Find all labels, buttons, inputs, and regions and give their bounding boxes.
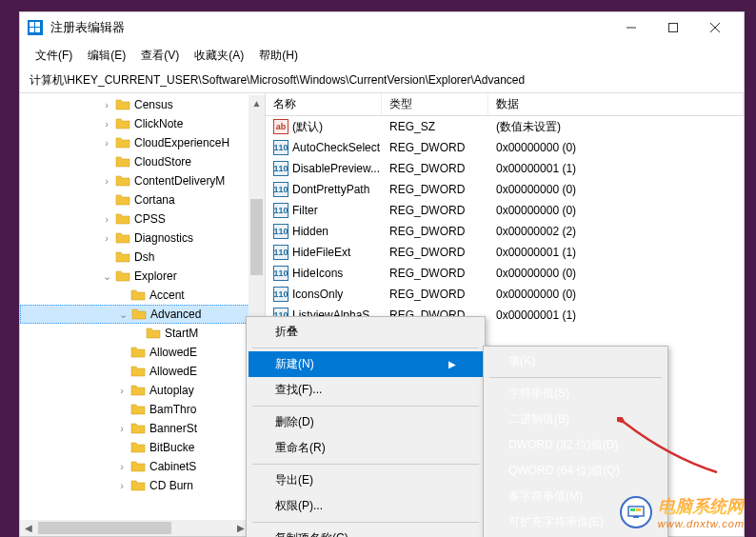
close-button[interactable] <box>694 14 736 41</box>
tree-item-label: ClickNote <box>134 117 183 130</box>
context-menu-item[interactable]: 查找(F)... <box>249 377 483 403</box>
tree-item-label: Explorer <box>134 269 177 283</box>
dword-value-icon: 110 <box>273 287 288 302</box>
tree-item[interactable]: Accent <box>20 286 265 305</box>
value-type: REG_DWORD <box>382 162 488 175</box>
chevron-right-icon[interactable]: › <box>100 98 113 111</box>
registry-value-row[interactable]: ab(默认)REG_SZ(数值未设置) <box>266 116 744 137</box>
context-menu-item[interactable]: 折叠 <box>249 319 483 345</box>
menu-item[interactable]: 编辑(E) <box>80 45 133 67</box>
folder-icon <box>115 98 130 111</box>
chevron-right-icon[interactable]: › <box>115 460 129 473</box>
value-name: Hidden <box>292 225 328 238</box>
registry-value-row[interactable]: 110DisablePreview...REG_DWORD0x00000001 … <box>266 158 744 179</box>
tree-item[interactable]: BitBucke <box>20 438 265 457</box>
menu-item[interactable]: 帮助(H) <box>251 45 306 67</box>
submenu-item[interactable]: 项(K) <box>486 348 666 374</box>
col-name-header[interactable]: 名称 <box>266 93 382 115</box>
tree-item[interactable]: BamThro <box>20 400 265 419</box>
menu-item[interactable]: 收藏夹(A) <box>187 45 251 67</box>
submenu-item[interactable]: DWORD (32 位)值(D) <box>486 432 666 458</box>
registry-value-row[interactable]: 110DontPrettyPathREG_DWORD0x00000000 (0) <box>266 179 744 200</box>
tree-item[interactable]: StartM <box>20 324 265 343</box>
submenu-item[interactable]: 多字符串值(M) <box>486 484 666 509</box>
tree-item[interactable]: ⌄Explorer <box>20 267 265 286</box>
chevron-right-icon[interactable]: › <box>100 136 113 149</box>
col-data-header[interactable]: 数据 <box>488 93 744 115</box>
col-type-header[interactable]: 类型 <box>382 93 488 115</box>
context-menu-item[interactable]: 导出(E) <box>249 467 483 493</box>
tree-item[interactable]: ›ClickNote <box>20 114 265 133</box>
tree-item[interactable]: ›CD Burn <box>20 476 265 495</box>
value-data: 0x00000000 (0) <box>488 141 744 154</box>
tree-item[interactable]: ⌄Advanced <box>20 305 265 324</box>
menu-item[interactable]: 查看(V) <box>133 45 187 67</box>
chevron-right-icon[interactable]: › <box>100 231 113 245</box>
tree-pane[interactable]: ›Census›ClickNote›CloudExperienceHCloudS… <box>20 93 266 536</box>
value-data: 0x00000001 (1) <box>488 246 744 259</box>
registry-value-row[interactable]: 110FilterREG_DWORD0x00000000 (0) <box>266 200 744 221</box>
chevron-right-icon[interactable]: › <box>115 384 129 397</box>
menu-item-label: 二进制值(B) <box>508 411 569 428</box>
scroll-left-icon[interactable]: ◀ <box>20 520 36 536</box>
submenu-item[interactable]: 二进制值(B) <box>486 407 666 432</box>
tree-item[interactable]: AllowedE <box>20 343 265 362</box>
context-menu-item[interactable]: 权限(P)... <box>249 493 483 519</box>
registry-value-row[interactable]: 110HiddenREG_DWORD0x00000002 (2) <box>266 221 744 242</box>
tree-item[interactable]: ›CloudExperienceH <box>20 133 265 152</box>
tree-item[interactable]: Dsh <box>20 248 265 267</box>
tree-item[interactable]: ›ContentDeliveryM <box>20 171 265 190</box>
context-menu-item[interactable]: 删除(D) <box>249 409 483 435</box>
scroll-thumb-h[interactable] <box>38 522 171 534</box>
chevron-right-icon[interactable]: › <box>115 479 129 492</box>
list-body[interactable]: ab(默认)REG_SZ(数值未设置)110AutoCheckSelectREG… <box>266 116 744 326</box>
address-bar[interactable]: 计算机\HKEY_CURRENT_USER\Software\Microsoft… <box>20 69 744 93</box>
tree-item[interactable]: AllowedE <box>20 362 265 381</box>
chevron-right-icon[interactable]: › <box>115 422 129 435</box>
tree-item[interactable]: ›BannerSt <box>20 419 265 438</box>
tree-item[interactable]: CloudStore <box>20 152 265 171</box>
dword-value-icon: 110 <box>273 203 288 218</box>
minimize-button[interactable] <box>610 14 652 41</box>
folder-icon <box>131 308 147 321</box>
chevron-right-icon[interactable]: › <box>100 117 113 130</box>
registry-value-row[interactable]: 110HideFileExtREG_DWORD0x00000001 (1) <box>266 242 744 263</box>
chevron-down-icon[interactable]: ⌄ <box>100 269 113 283</box>
registry-value-row[interactable]: 110IconsOnlyREG_DWORD0x00000000 (0) <box>266 284 744 305</box>
menu-item-label: 复制项名称(C) <box>275 530 348 537</box>
submenu-item[interactable]: 字符串值(S) <box>486 381 666 407</box>
chevron-right-icon[interactable]: › <box>100 212 113 226</box>
tree-item[interactable]: Cortana <box>20 190 265 209</box>
tree-item[interactable]: ›CPSS <box>20 209 265 229</box>
chevron-right-icon[interactable]: › <box>100 174 113 188</box>
menu-item-label: 可扩充字符串值(E) <box>508 514 604 530</box>
context-menu-item[interactable]: 重命名(R) <box>249 435 483 461</box>
registry-value-row[interactable]: 110AutoCheckSelectREG_DWORD0x00000000 (0… <box>266 137 744 158</box>
tree-item[interactable]: ›Autoplay <box>20 381 265 400</box>
submenu-item[interactable]: 可扩充字符串值(E) <box>486 509 666 535</box>
folder-icon <box>130 288 146 302</box>
context-menu-item[interactable]: 复制项名称(C) <box>249 526 483 537</box>
folder-icon <box>130 460 146 473</box>
string-value-icon: ab <box>273 119 288 134</box>
chevron-down-icon[interactable]: ⌄ <box>116 308 129 321</box>
tree-item-label: CloudExperienceH <box>134 136 229 149</box>
menu-item[interactable]: 文件(F) <box>28 45 80 67</box>
tree-item[interactable]: ›Diagnostics <box>20 229 265 248</box>
svg-rect-1 <box>35 22 40 27</box>
maximize-button[interactable] <box>652 14 694 41</box>
context-menu-item[interactable]: 新建(N)▶项(K)字符串值(S)二进制值(B)DWORD (32 位)值(D)… <box>249 351 483 377</box>
tree-scroll-horizontal[interactable]: ◀ ▶ <box>20 520 249 536</box>
registry-value-row[interactable]: 110HideIconsREG_DWORD0x00000000 (0) <box>266 263 744 284</box>
tree-item-label: Autoplay <box>149 384 194 397</box>
scroll-up-icon[interactable]: ▲ <box>249 95 265 111</box>
tree-item[interactable]: ›Census <box>20 95 265 114</box>
value-name: DisablePreview... <box>292 162 380 175</box>
expander-spacer <box>100 193 113 207</box>
tree-item-label: StartM <box>165 327 198 340</box>
submenu-item[interactable]: QWORD (64 位)值(Q) <box>486 458 666 484</box>
value-type: REG_SZ <box>382 120 488 133</box>
scroll-thumb[interactable] <box>250 199 263 275</box>
tree-item[interactable]: ›CabinetS <box>20 457 265 476</box>
folder-icon <box>115 193 130 207</box>
